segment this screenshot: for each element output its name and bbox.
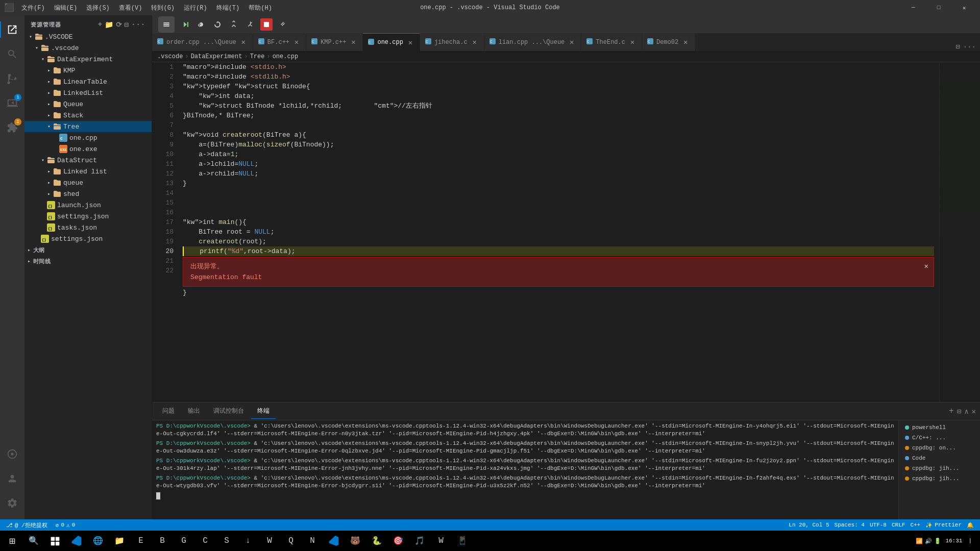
tab-onecpp[interactable]: Cone.cpp✕ — [363, 33, 420, 51]
step-out-btn[interactable] — [244, 18, 256, 31]
status-notifications[interactable]: 🔔 — [965, 522, 976, 529]
more-tabs-icon[interactable]: ··· — [963, 43, 976, 51]
taskbar-app-app-wechat[interactable]: W — [259, 531, 280, 551]
close-panel-icon[interactable]: ✕ — [972, 407, 976, 416]
taskbar-app-app-q[interactable]: Q — [281, 531, 301, 551]
battery-icon[interactable]: 🔋 — [934, 538, 941, 544]
taskbar-app-app-pycharm[interactable]: 🎯 — [388, 531, 408, 551]
taskbar-app-app-steam[interactable]: S — [216, 531, 237, 551]
tab-close-button[interactable]: ✕ — [471, 38, 479, 46]
taskbar-app-app-google[interactable]: G — [174, 531, 194, 551]
taskbar-app-vscode[interactable] — [66, 531, 87, 551]
tab-Demo02[interactable]: CDemo02✕ — [642, 33, 695, 51]
error-popup-close-button[interactable]: ✕ — [924, 262, 928, 271]
menu-item[interactable]: 帮助(H) — [244, 3, 276, 13]
tab-jihechac[interactable]: Cjihecha.c✕ — [420, 33, 484, 51]
activity-settings[interactable] — [0, 491, 24, 515]
tree-item-tree[interactable]: ▾Tree — [24, 121, 152, 132]
breadcrumb-item-0[interactable]: .vscode — [157, 53, 183, 60]
tree-item-launch-json[interactable]: {}launch.json — [24, 199, 152, 211]
tree-item-one-exe[interactable]: EXEone.exe — [24, 143, 152, 155]
activity-explorer[interactable] — [0, 17, 24, 42]
tree-item-queue[interactable]: ▸Queue — [24, 98, 152, 110]
breadcrumb-item-3[interactable]: one.cpp — [273, 53, 298, 60]
taskbar-clock[interactable]: 16:31 — [945, 537, 962, 544]
tree-item-stack[interactable]: ▸Stack — [24, 110, 152, 121]
panel-right-tab-3[interactable]: Code — [899, 453, 980, 463]
panel-right-tab-5[interactable]: cppdbg: jih... — [899, 473, 980, 484]
taskbar-app-app-net[interactable]: N — [302, 531, 323, 551]
tree-item-one-cpp[interactable]: Cone.cpp — [24, 132, 152, 143]
panel-tab-debug-console[interactable]: 调试控制台 — [207, 404, 250, 419]
activity-accounts[interactable] — [0, 466, 24, 491]
activity-extensions[interactable]: 1 — [0, 115, 24, 140]
breadcrumb-item-1[interactable]: DataExperiment — [191, 53, 242, 60]
tree-item-settings-root-json[interactable]: {}settings.json — [24, 233, 152, 244]
task-view[interactable] — [45, 531, 65, 551]
menu-item[interactable]: 文件(F) — [17, 3, 49, 13]
collapse-icon[interactable]: ⊟ — [125, 20, 129, 29]
debug-menu[interactable] — [158, 16, 175, 33]
tab-close-button[interactable]: ✕ — [349, 38, 357, 46]
restart-btn[interactable] — [195, 18, 207, 31]
network-icon[interactable]: 📶 — [916, 538, 923, 544]
tree-item-settings-json[interactable]: {}settings.json — [24, 211, 152, 222]
panel-right-tab-4[interactable]: cppdbg: jih... — [899, 463, 980, 473]
search-taskbar[interactable]: 🔍 — [23, 531, 44, 551]
tab-liancpp[interactable]: Clian.cpp ...\Queue✕ — [484, 33, 582, 51]
status-language[interactable]: C++ — [908, 522, 922, 529]
maximize-button[interactable]: □ — [927, 0, 950, 15]
stop-btn[interactable] — [260, 18, 273, 31]
menu-item[interactable]: 运行(R) — [180, 3, 211, 13]
panel-up-icon[interactable]: ∧ — [964, 407, 968, 416]
tab-KMPc+[interactable]: CKMP.c++✕ — [306, 33, 363, 51]
tab-BFc+[interactable]: CBF.c++✕ — [253, 33, 306, 51]
status-branch[interactable]: ⎇ @ /拒绝提权 — [4, 521, 50, 529]
activity-search[interactable] — [0, 42, 24, 66]
status-position[interactable]: Ln 20, Col 5 — [787, 522, 831, 529]
tree-item-lineartable[interactable]: ▸LinearTable — [24, 76, 152, 87]
panel-tab-problems[interactable]: 问题 — [156, 404, 181, 419]
tree-item-vscode-dir[interactable]: ▾.vscode — [24, 42, 152, 54]
menu-item[interactable]: 选择(S) — [82, 3, 114, 13]
tab-close-button[interactable]: ✕ — [628, 38, 636, 46]
code-editor[interactable]: 12345678910111213141516171819202122 "mac… — [152, 62, 939, 402]
split-editor-icon[interactable]: ⊟ — [955, 42, 960, 51]
activity-remote[interactable] — [0, 442, 24, 466]
tab-close-button[interactable]: ✕ — [568, 38, 576, 46]
tree-item-kmp[interactable]: ▸KMP — [24, 65, 152, 76]
taskbar-app-app-vscode2[interactable] — [324, 531, 344, 551]
taskbar-app-app-epics[interactable]: E — [131, 531, 151, 551]
start-button[interactable]: ⊞ — [2, 531, 22, 551]
taskbar-app-app-bear[interactable]: 🐻 — [345, 531, 365, 551]
step-into-btn[interactable] — [228, 18, 240, 31]
panel-right-tab-1[interactable]: C/C++: ... — [899, 433, 980, 443]
timeline-section[interactable]: ▸ 时间线 — [24, 256, 152, 267]
panel-right-tab-2[interactable]: cppdbg: on... — [899, 443, 980, 453]
taskbar-app-app-b[interactable]: B — [152, 531, 173, 551]
volume-icon[interactable]: 🔊 — [925, 538, 932, 544]
menu-item[interactable]: 终端(T) — [212, 3, 244, 13]
menu-item[interactable]: 查看(V) — [115, 3, 146, 13]
refresh-icon[interactable]: ⟳ — [116, 20, 122, 29]
breadcrumb-item-2[interactable]: Tree — [250, 53, 265, 60]
taskbar-app-app-qq-music[interactable]: 🎵 — [409, 531, 430, 551]
tree-item-dataexperiment[interactable]: ▾DataExperiment — [24, 54, 152, 65]
status-spaces[interactable]: Spaces: 4 — [832, 522, 867, 529]
panel-tab-terminal[interactable]: 终端 — [251, 404, 276, 419]
tree-item-datastruct[interactable]: ▾DataStruct — [24, 155, 152, 166]
taskbar-app-file-explorer[interactable]: 📁 — [109, 531, 130, 551]
step-over-btn[interactable] — [211, 18, 224, 31]
tree-item-queue2[interactable]: ▸queue — [24, 177, 152, 188]
taskbar-app-browser-edge[interactable]: 🌐 — [88, 531, 108, 551]
new-file-icon[interactable]: + — [98, 20, 103, 29]
taskbar-app-app-pyc[interactable]: 🐍 — [366, 531, 387, 551]
new-folder-icon[interactable]: 📁 — [105, 20, 114, 29]
tree-item-tasks-json[interactable]: {}tasks.json — [24, 222, 152, 233]
split-terminal-icon[interactable]: ⊟ — [957, 407, 961, 416]
tree-item-vscode-root[interactable]: ▾.VSCODE — [24, 31, 152, 42]
terminal-content[interactable]: PS D:\cppworkVscode\.vscode> & 'c:\Users… — [152, 420, 898, 519]
code-content[interactable]: "macro">#include <stdio.h>"macro">#inclu… — [178, 62, 939, 402]
taskbar-app-app-wps[interactable]: W — [431, 531, 451, 551]
taskbar-app-app-down[interactable]: ↓ — [238, 531, 258, 551]
